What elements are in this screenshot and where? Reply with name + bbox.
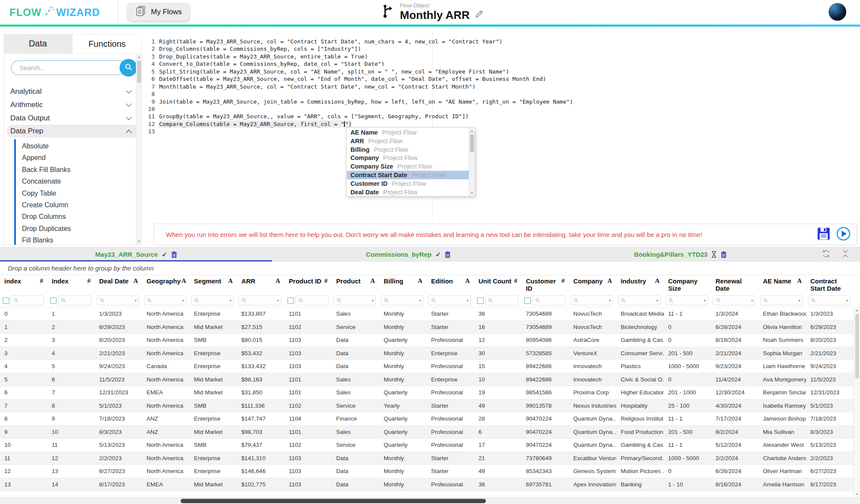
table-row-11[interactable]: 11122/2/2023North AmericaEnterprise$141,… [0,452,854,465]
table-row-1[interactable]: 126/29/2023North AmericaMid Market$27,51… [0,320,854,334]
filter-dropdown-caret[interactable]: ▾ [370,298,374,303]
filter-dropdown-caret[interactable]: ▾ [702,298,706,303]
column-header-segment[interactable]: SegmentA [190,275,237,295]
function-item-fill-blanks[interactable]: Fill Blanks [16,234,141,245]
filter-dropdown-caret[interactable]: ▾ [654,298,658,303]
column-header-industry[interactable]: IndustryA [616,275,663,295]
function-item-drop-columns[interactable]: Drop Columns [16,211,141,222]
filter-input-contract-start-date[interactable]: ▾ [808,295,850,305]
trash-icon[interactable] [171,251,177,258]
scroll-up-icon[interactable]: ▲ [469,129,475,133]
collapse-panel-icon[interactable] [842,250,849,259]
scrollbar-thumb[interactable] [137,61,141,83]
column-header-index[interactable]: Index# [47,275,95,295]
filter-input-product-id[interactable] [295,295,329,305]
code-line-12[interactable]: 12Compare_Columns(table = May23_ARR_Sour… [145,120,857,128]
tab-data[interactable]: Data [3,34,72,53]
function-item-back-fill-blanks[interactable]: Back Fill Blanks [16,164,141,175]
filter-checkbox[interactable] [524,297,531,304]
filter-input-company-size[interactable]: ▾ [666,295,708,305]
table-row-7[interactable]: 785/1/2023North AmericaSMB$111,3361102Se… [0,399,854,412]
column-header-geography[interactable]: GeographyA [142,275,190,295]
sidebar-category-data-prep[interactable]: Data Prep [6,125,139,138]
code-line-3[interactable]: 3Drop_Duplicates(table = May23_ARR_Sourc… [145,53,857,60]
filter-dropdown-caret[interactable]: ▾ [275,298,279,303]
autocomplete-item-arr[interactable]: ARRProject Flow [347,137,469,145]
filter-input-renewal-date[interactable]: ▾ [713,295,755,305]
table-row-0[interactable]: 011/3/2023North AmericaEnterprise$133,80… [0,307,854,321]
function-item-create-column[interactable]: Create Column [16,199,141,211]
table-row-8[interactable]: 897/18/2023ANZEnterprise$147,7471104Fina… [0,412,854,426]
filter-dropdown-caret[interactable]: ▾ [607,298,611,303]
table-tab-may23-arr-source[interactable]: May23_ARR_Source✓ [0,248,272,261]
column-header-billing[interactable]: BillingA [379,275,427,295]
code-line-13[interactable]: 13 [145,128,857,135]
table-row-10[interactable]: 10115/13/2023North AmericaSMB$79,4371102… [0,439,854,452]
code-line-2[interactable]: 2Drop_Columns(table = Commissions_byRep,… [145,45,857,52]
sidebar-scrollbar[interactable]: ▲ ▼ [136,54,141,245]
function-item-absolute[interactable]: Absolute [16,140,141,152]
column-header-arr[interactable]: ARRA [237,275,284,295]
filter-checkbox[interactable] [477,297,484,304]
table-row-13[interactable]: 13148/17/2023EMEAMid Market$102,7751103D… [0,478,854,491]
code-line-1[interactable]: 1Right(table = May23_ARR_Source, col = "… [145,38,857,45]
column-header-contract-start-date[interactable]: Contract Start Date [806,275,854,295]
column-header-unit-count[interactable]: Unit Count# [474,275,522,295]
trash-icon[interactable] [445,251,451,258]
table-row-6[interactable]: 6712/31/2023EMEAMid Market$31,8501101Sal… [0,386,854,400]
code-line-8[interactable]: 8 [145,90,857,98]
filter-input-segment[interactable]: ▾ [191,295,233,305]
sidebar-category-analytical[interactable]: Analytical [4,85,141,98]
filter-input-industry[interactable]: ▾ [618,295,660,305]
autocomplete-item-deal-date[interactable]: Deal DateProject Flow [347,188,469,196]
scroll-down-icon[interactable]: ▼ [854,492,860,496]
filter-dropdown-caret[interactable]: ▾ [749,298,753,303]
sidebar-category-data-output[interactable]: Data Output [4,111,141,125]
scrollbar-thumb[interactable] [855,314,859,378]
function-item-append[interactable]: Append [16,152,141,163]
filter-dropdown-caret[interactable]: ▾ [797,298,801,303]
filter-input-index[interactable] [58,295,91,305]
table-row-9[interactable]: 9108/3/2023ANZMid Market$98,7031101Sales… [0,425,854,439]
table-vertical-scrollbar[interactable]: ▲ ▼ [854,307,860,498]
table-tab-commissions-byrep[interactable]: Commissions_byRep✓ [272,248,544,261]
autocomplete-item-billing[interactable]: BillingProject Flow [347,145,469,154]
filter-input-customer-id[interactable] [532,295,565,305]
autocomplete-item-company-size[interactable]: Company SizeProject Flow [347,162,469,171]
table-horizontal-scrollbar[interactable] [0,498,860,504]
sidebar-category-arithmetic[interactable]: Arithmetic [4,98,141,111]
scrollbar-thumb[interactable] [470,134,474,152]
scrollbar-thumb[interactable] [181,499,486,503]
column-header-company-size[interactable]: Company Size [664,275,711,295]
filter-input-billing[interactable]: ▾ [381,295,423,305]
edit-flow-name-icon[interactable] [475,9,484,20]
scroll-down-icon[interactable]: ▼ [136,240,141,243]
scroll-up-icon[interactable]: ▲ [136,55,141,59]
column-header-product-id[interactable]: Product ID# [285,275,332,295]
filter-input-index[interactable] [11,295,44,305]
tab-functions[interactable]: Functions [72,34,142,53]
user-avatar[interactable] [829,3,846,21]
table-row-3[interactable]: 342/21/2023North AmericaEnterprise$53,43… [0,347,854,360]
column-header-edition[interactable]: EditionA [427,275,474,295]
filter-checkbox[interactable] [287,297,294,304]
scroll-up-icon[interactable]: ▲ [854,308,860,312]
table-row-12[interactable]: 12136/27/2023North AmericaEnterprise$146… [0,465,854,478]
filter-checkbox[interactable] [3,297,9,304]
column-header-product[interactable]: ProductA [332,275,379,295]
code-line-11[interactable]: 11GroupBy(table = May23_ARR_Source,, val… [145,113,857,120]
column-header-index[interactable]: index# [0,275,47,295]
code-line-9[interactable]: 9Join(table = May23_ARR_Source, join_tab… [145,98,857,105]
filter-input-geography[interactable]: ▾ [144,295,186,305]
column-header-ae-name[interactable]: AE NameA [759,275,806,295]
function-item-drop-duplicates[interactable]: Drop Duplicates [16,223,141,234]
column-header-renewal-date[interactable]: Renewal Date [711,275,759,295]
code-line-5[interactable]: 5Split_String(table = May23_ARR_Source, … [145,68,857,75]
search-button[interactable] [120,59,137,77]
filter-input-product[interactable]: ▾ [334,295,376,305]
autocomplete-item-ae-name[interactable]: AE NameProject Flow [347,128,469,137]
search-input[interactable] [11,60,127,75]
filter-input-edition[interactable]: ▾ [428,295,470,305]
scroll-down-icon[interactable]: ▼ [469,191,475,195]
code-line-10[interactable]: 10 [145,105,857,113]
